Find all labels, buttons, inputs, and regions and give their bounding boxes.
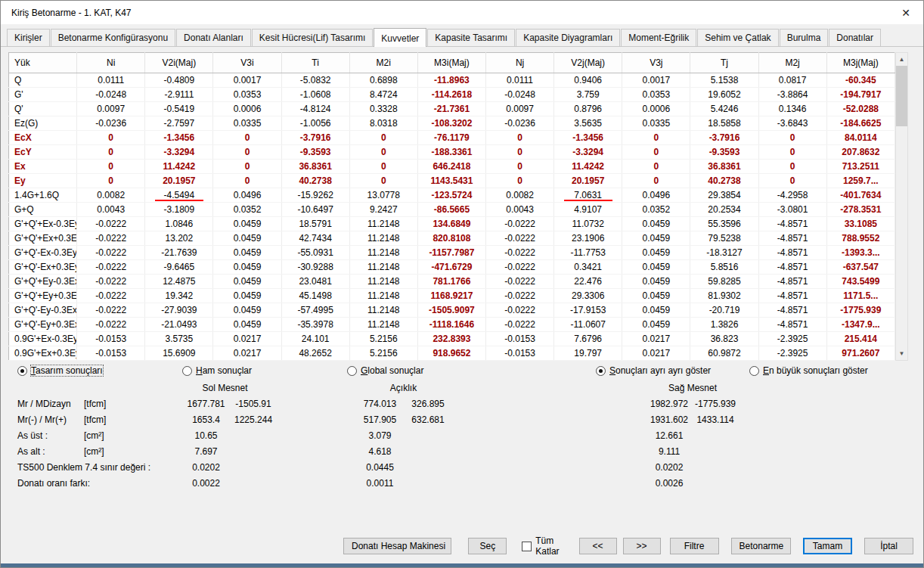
table-row[interactable]: EcX0-1.34560-3.79160-76.11790-1.34560-3.… bbox=[9, 131, 895, 145]
scrollbar-track[interactable] bbox=[896, 66, 907, 347]
value-cell: -0.0222 bbox=[485, 303, 553, 318]
radio-global-sonu-lar[interactable]: Global sonuçlar bbox=[347, 365, 596, 376]
radio-tasar-m-sonu-lar[interactable]: Tasarım sonuçları bbox=[17, 365, 182, 376]
result-value: 517.905 bbox=[355, 414, 405, 425]
next-button[interactable]: >> bbox=[623, 538, 661, 554]
value-cell: 11.4242 bbox=[554, 160, 622, 174]
rebar-calculator-button[interactable]: Donatı Hesap Makinesi bbox=[343, 538, 451, 554]
forces-table-area: YükNiV2i(Maj)V3iTiM2iM3i(Maj)NjV2j(Maj)V… bbox=[8, 52, 917, 361]
forces-table: YükNiV2i(Maj)V3iTiM2iM3i(Maj)NjV2j(Maj)V… bbox=[8, 52, 895, 361]
value-cell: 33.1085 bbox=[826, 217, 895, 231]
value-cell: 19.6052 bbox=[690, 88, 758, 102]
table-row[interactable]: G'+Q'+Ex+0.3Ey+0.3Ez-0.022213.2020.04594… bbox=[9, 231, 895, 246]
radio-ham-sonu-lar[interactable]: Ham sonuçlar bbox=[182, 365, 347, 376]
radio-en-b-y-k-sonu-lar-g-ster[interactable]: En büyük sonuçları göster bbox=[749, 365, 923, 376]
filter-button[interactable]: Filtre bbox=[670, 538, 719, 554]
radio-label: Tasarım sonuçları bbox=[31, 365, 103, 376]
value-cell: 13.0778 bbox=[349, 188, 417, 203]
tab-donat-lar[interactable]: Donatılar bbox=[829, 29, 881, 46]
value-cell: 0 bbox=[485, 131, 553, 145]
results-group-header-sa-mesnet: Sağ Mesnet bbox=[646, 383, 739, 393]
value-cell: 0 bbox=[349, 145, 417, 160]
table-row[interactable]: Ex011.4242036.83610646.2418011.4242036.8… bbox=[9, 160, 895, 174]
previous-button[interactable]: << bbox=[579, 538, 617, 554]
result-value: 7.697 bbox=[178, 446, 234, 457]
title-bar: Kiriş Betonarme - 1. KAT, K47 ✕ bbox=[1, 1, 923, 24]
table-row[interactable]: G'+Q'+Ey-0.3Ex+0.3Ez-0.022212.48750.0459… bbox=[9, 275, 895, 289]
vertical-scrollbar[interactable]: ▲ ▼ bbox=[895, 52, 908, 361]
tab-burulma[interactable]: Burulma bbox=[780, 29, 829, 46]
table-row[interactable]: 0.9G'+Ex+0.3Ey+0.3Ez-0.015315.69090.0217… bbox=[9, 346, 895, 361]
cancel-button[interactable]: İptal bbox=[864, 538, 913, 554]
table-row[interactable]: G'+Q'-Ey-0.3Ex+0.3Ez-0.0222-27.90390.045… bbox=[9, 303, 895, 318]
result-row-label: Donatı oranı farkı: bbox=[17, 478, 84, 489]
load-case-cell: G'+Q'+Ey-0.3Ex+0.3Ez bbox=[9, 275, 77, 289]
load-case-cell: G'+Q'-Ex-0.3Ey+0.3Ez bbox=[9, 246, 77, 260]
value-cell: 1.0846 bbox=[145, 217, 213, 231]
table-row[interactable]: G'-0.0248-2.91110.0353-1.06088.4724-114.… bbox=[9, 88, 895, 102]
value-cell: 0.3421 bbox=[554, 260, 622, 275]
table-row[interactable]: G'+Q'+Ex-0.3Ey+0.3Ez-0.02221.08460.04591… bbox=[9, 217, 895, 231]
value-cell: 0 bbox=[485, 145, 553, 160]
value-cell: -0.0248 bbox=[77, 88, 145, 102]
window-bottom-edge bbox=[1, 563, 923, 567]
tab-moment-e-rilik[interactable]: Moment-Eğrilik bbox=[621, 29, 696, 46]
result-value: -1505.91 bbox=[234, 399, 272, 409]
all-floors-checkbox[interactable]: Tüm Katlar bbox=[522, 535, 578, 557]
value-cell: -18.3127 bbox=[690, 246, 758, 260]
value-cell: -1118.1646 bbox=[417, 318, 485, 332]
tab-kuvvetler[interactable]: Kuvvetler bbox=[374, 28, 426, 47]
tab-kiri-ler[interactable]: Kirişler bbox=[7, 29, 50, 46]
result-value: 12.661 bbox=[646, 430, 692, 441]
value-cell: -1.0608 bbox=[281, 88, 349, 102]
column-header-m3j-maj: M3j(Maj) bbox=[826, 53, 895, 73]
value-cell: 0.0353 bbox=[213, 88, 281, 102]
tab-sehim-ve-atlak[interactable]: Sehim ve Çatlak bbox=[697, 29, 778, 46]
table-row[interactable]: Ey020.1957040.273801143.5431020.1957040.… bbox=[9, 174, 895, 188]
value-cell: -3.6843 bbox=[758, 116, 826, 131]
result-unit: [tfcm] bbox=[84, 399, 178, 409]
table-row[interactable]: G'+Q'-Ex+0.3Ey+0.3Ez-0.0222-9.64650.0459… bbox=[9, 260, 895, 275]
table-row[interactable]: G'+Q'-Ex-0.3Ey+0.3Ez-0.0222-21.76390.045… bbox=[9, 246, 895, 260]
value-cell: 1168.9217 bbox=[417, 289, 485, 303]
radio-label: Ham sonuçlar bbox=[196, 365, 252, 376]
select-button[interactable]: Seç bbox=[468, 538, 507, 554]
value-cell: 0.0217 bbox=[622, 346, 690, 361]
tab-kesit-h-cresi-lif-tasar-m[interactable]: Kesit Hücresi(Lif) Tasarımı bbox=[252, 29, 373, 46]
scroll-down-icon[interactable]: ▼ bbox=[896, 347, 907, 360]
radio-sonu-lar-ayr-ayr-g-ster[interactable]: Sonuçları ayrı ayrı göster bbox=[596, 365, 749, 376]
value-cell: 0.0017 bbox=[622, 73, 690, 88]
table-row[interactable]: 0.9G'+Ex-0.3Ey+0.3Ez-0.01533.57350.02172… bbox=[9, 332, 895, 346]
result-row-label: Mr(-) / Mr(+) bbox=[17, 414, 84, 425]
tab-donat-alanlar[interactable]: Donatı Alanları bbox=[176, 29, 251, 46]
value-cell: 0.0496 bbox=[622, 188, 690, 203]
value-cell: -4.8124 bbox=[281, 102, 349, 116]
table-row[interactable]: EcY0-3.32940-9.35930-188.33610-3.32940-9… bbox=[9, 145, 895, 160]
value-cell: 1143.5431 bbox=[417, 174, 485, 188]
value-cell: 11.2148 bbox=[349, 260, 417, 275]
column-header-v2i-maj: V2i(Maj) bbox=[145, 53, 213, 73]
scrollbar-thumb[interactable] bbox=[896, 66, 907, 126]
value-cell: -4.8571 bbox=[758, 260, 826, 275]
table-row[interactable]: G'+Q'+Ey+0.3Ex+0.3Ez-0.022219.3420.04594… bbox=[9, 289, 895, 303]
close-icon[interactable]: ✕ bbox=[893, 3, 919, 23]
tab-kapasite-diyagramlar[interactable]: Kapasite Diyagramları bbox=[516, 29, 620, 46]
ok-button[interactable]: Tamam bbox=[803, 538, 852, 554]
result-value: 3.079 bbox=[355, 430, 405, 441]
table-row[interactable]: G+Q0.0043-3.18090.0352-10.64979.2427-86.… bbox=[9, 203, 895, 217]
table-row[interactable]: G'+Q'-Ey+0.3Ex+0.3Ez-0.0222-21.04930.045… bbox=[9, 318, 895, 332]
concrete-button[interactable]: Betonarme bbox=[731, 538, 791, 554]
tab-betonarme-konfig-rasyonu[interactable]: Betonarme Konfigürasyonu bbox=[51, 29, 175, 46]
table-row[interactable]: Q'0.0097-0.54190.0006-4.81240.3328-21.73… bbox=[9, 102, 895, 116]
value-cell: -4.8571 bbox=[758, 289, 826, 303]
tab-kapasite-tasar-m[interactable]: Kapasite Tasarımı bbox=[427, 29, 515, 46]
value-cell: 0.0097 bbox=[485, 102, 553, 116]
value-cell: 3.759 bbox=[554, 88, 622, 102]
value-cell: 3.5635 bbox=[554, 116, 622, 131]
table-row[interactable]: 1.4G+1.6Q0.0082-4.54940.0496-15.926213.0… bbox=[9, 188, 895, 203]
value-cell: 971.2607 bbox=[826, 346, 895, 361]
table-row[interactable]: Q0.0111-0.48090.0017-5.08320.6898-11.896… bbox=[9, 73, 895, 88]
table-row[interactable]: Ez(G)-0.0236-2.75970.0335-1.00568.0318-1… bbox=[9, 116, 895, 131]
scroll-up-icon[interactable]: ▲ bbox=[896, 53, 907, 66]
value-cell: -21.7639 bbox=[145, 246, 213, 260]
